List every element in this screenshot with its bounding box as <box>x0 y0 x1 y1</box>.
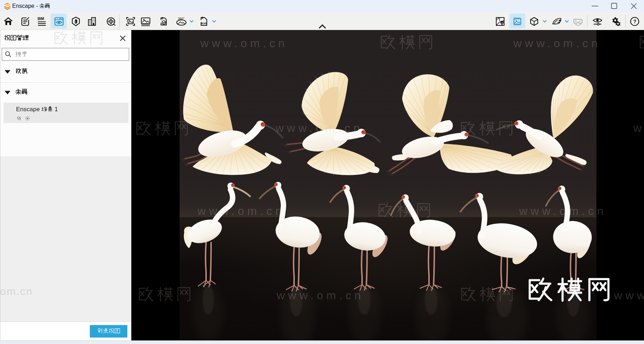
svg-text:EXE: EXE <box>201 22 208 25</box>
svg-text:?: ? <box>633 19 636 24</box>
svg-text:BIM: BIM <box>38 17 44 21</box>
